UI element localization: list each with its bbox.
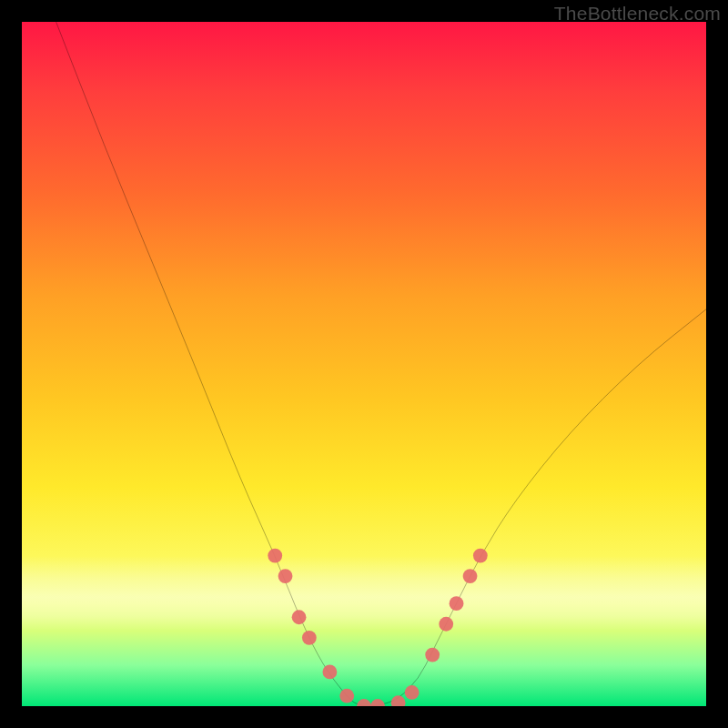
marker-dot: [268, 549, 282, 563]
marker-dot: [391, 695, 406, 706]
marker-dot: [323, 665, 338, 680]
marker-dot: [463, 569, 478, 583]
marker-dot: [302, 631, 317, 645]
curve-svg: [22, 22, 706, 706]
marker-dot: [439, 617, 453, 632]
marker-dot: [278, 569, 293, 583]
chart-frame: TheBottleneck.com: [0, 0, 728, 728]
marker-dot: [425, 648, 440, 662]
watermark-text: TheBottleneck.com: [554, 3, 721, 25]
marker-dot: [473, 549, 488, 563]
plot-area: [22, 22, 706, 706]
bottleneck-curve: [56, 22, 706, 706]
marker-dot: [292, 610, 307, 624]
marker-dot: [450, 596, 464, 611]
marker-dot: [405, 685, 420, 700]
marker-dot: [339, 689, 354, 703]
marker-dot: [370, 699, 385, 706]
marker-dot: [357, 699, 371, 706]
highlight-dots: [268, 549, 487, 706]
